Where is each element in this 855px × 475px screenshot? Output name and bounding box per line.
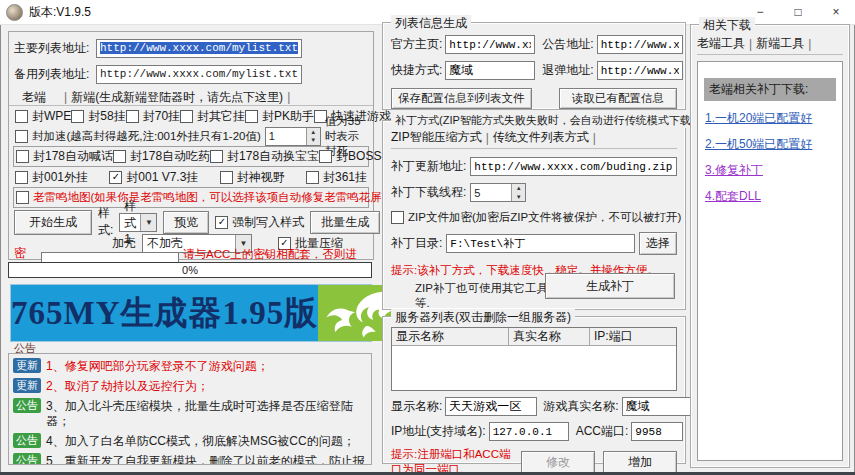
shortcut-input[interactable]	[445, 61, 535, 80]
generate-patch-button[interactable]: 生成补丁	[545, 273, 675, 299]
download-group: 相关下载 老端工具 | 新端工具 | 老端相关补丁下载: 1.一机20端已配置好…	[690, 24, 850, 468]
block-row-178: 封178自动喊话 封178自动吃药 封178自动换宝宝 封BOSS提醒	[13, 146, 369, 167]
column-display-name[interactable]: 显示名称	[392, 328, 509, 345]
checkbox-force-style[interactable]: 强制写入样式	[215, 214, 304, 231]
tab-old-tools[interactable]: 老端工具	[697, 35, 745, 52]
client-tabs: 老端 | 新端(生成新端登陆器时，请先点下这里) |	[9, 89, 373, 106]
thread-stepper[interactable]: 5 ▲▼	[470, 183, 526, 202]
checkbox-block-wpe[interactable]: 封WPE	[15, 108, 71, 125]
server-table-body[interactable]	[392, 346, 676, 390]
checkbox-icon	[391, 211, 404, 224]
display-name-input[interactable]	[445, 397, 537, 416]
list-info-row-1: 官方主页: 公告地址:	[391, 35, 677, 54]
checkbox-label: 封神视野	[237, 169, 285, 186]
preview-button[interactable]: 预览	[163, 211, 209, 234]
primary-list-input[interactable]: http://www.xxxx.com/mylist.txt	[96, 39, 302, 58]
download-tabs: 老端工具 | 新端工具 |	[697, 35, 843, 55]
checkbox-block-58[interactable]: 封58挂	[71, 108, 125, 125]
choose-dir-button[interactable]: 选择	[639, 232, 677, 255]
server-table[interactable]: 显示名称 真实名称 IP:端口	[391, 327, 677, 391]
tab-zip-mode[interactable]: ZIP智能压缩方式	[391, 129, 482, 146]
tab-legacy-mode[interactable]: 传统文件列表方式	[493, 129, 589, 146]
checkbox-block-361[interactable]: 封361挂	[306, 169, 367, 186]
tab-new-client[interactable]: 新端(生成新端登陆器时，请先点下这里)	[71, 89, 283, 106]
checkbox-icon	[15, 110, 28, 123]
acc-port-label: ACC端口:	[576, 423, 629, 440]
download-link-3[interactable]: 3.修复补丁	[705, 162, 842, 179]
checkbox-block-pk[interactable]: 封PK助手	[245, 108, 314, 125]
primary-list-label: 主要列表地址:	[14, 40, 96, 57]
checkbox-178-shout[interactable]: 封178自动喊话	[16, 148, 113, 165]
ip-input[interactable]	[489, 422, 569, 441]
checkbox-zip-encrypt[interactable]: ZIP文件加密(加密后ZIP文件将被保护，不可以被打开)	[391, 210, 681, 225]
tab-new-tools[interactable]: 新端工具	[756, 35, 804, 52]
list-info-title: 列表信息生成	[391, 15, 471, 32]
spinner-up-icon[interactable]: ▲	[307, 128, 320, 137]
notice-text: 4、加入了白名单防CC模式，彻底解决MSG被CC的问题；	[46, 433, 355, 449]
save-config-button[interactable]: 保存配置信息到列表文件	[391, 88, 532, 109]
checkbox-block-001[interactable]: 封001外挂	[15, 169, 88, 186]
chevron-down-icon[interactable]: ▼	[140, 214, 156, 231]
batch-generate-button[interactable]: 批量生成	[310, 211, 380, 234]
checkbox-block-other[interactable]: 封其它挂	[180, 108, 245, 125]
checkbox-label: 封178自动吃药	[130, 148, 210, 165]
download-link-4[interactable]: 4.配套DLL	[705, 188, 842, 205]
tab-old-client[interactable]: 老端	[14, 89, 60, 106]
start-generate-button[interactable]: 开始生成	[14, 210, 92, 235]
zip-encrypt-row: ZIP文件加密(加密后ZIP文件将被保护，不可以被打开)	[391, 210, 677, 225]
bounce-label: 退弹地址:	[542, 62, 593, 79]
tab-separator: |	[808, 37, 811, 51]
home-input[interactable]	[445, 35, 535, 54]
speed-value-stepper[interactable]: 1 ▲▼	[265, 127, 321, 146]
tab-separator: |	[486, 131, 489, 145]
checkbox-label: 强制写入样式	[232, 214, 304, 231]
download-link-1[interactable]: 1.一机20端已配置好	[705, 110, 842, 127]
patch-update-row: 补丁更新地址:	[391, 157, 677, 176]
style-select[interactable]: 样式1 ▼	[119, 213, 157, 232]
modify-server-button[interactable]: 修改	[521, 451, 595, 474]
notice-url-label: 公告地址:	[542, 36, 593, 53]
progress-bar: 0%	[8, 262, 372, 278]
checkbox-label: 封178自动换宝宝	[227, 148, 319, 165]
bounce-input[interactable]	[597, 61, 683, 80]
checkbox-block-70[interactable]: 封70挂	[126, 108, 180, 125]
checkbox-leiming-map[interactable]: 老雷鸣地图(如果你是老雷鸣地图，可以选择该项自动修复老雷鸣花屏)	[16, 190, 386, 205]
acc-port-input[interactable]	[631, 422, 683, 441]
checkbox-icon	[15, 130, 28, 143]
maximize-icon[interactable]: □	[779, 0, 817, 24]
block-row-001: 封001外挂 封001 V7.3挂 封神视野 封361挂	[9, 167, 373, 187]
patch-update-input[interactable]	[470, 157, 677, 176]
display-name-label: 显示名称:	[391, 398, 442, 415]
column-real-name[interactable]: 真实名称	[509, 328, 590, 345]
checkbox-god-view[interactable]: 封神视野	[220, 169, 285, 186]
spinner-up-icon[interactable]: ▲	[512, 184, 525, 193]
close-icon[interactable]: ×	[817, 0, 855, 24]
list-info-group: 列表信息生成 官方主页: 公告地址: 快捷方式: 退弹地址: 保存配置信息到列表…	[382, 22, 686, 110]
spinner-down-icon[interactable]: ▼	[512, 193, 525, 202]
download-link-2[interactable]: 2.一机50端已配置好	[705, 136, 842, 153]
tab-separator: |	[593, 131, 596, 145]
checkbox-178-pet[interactable]: 封178自动换宝宝	[210, 148, 319, 165]
checkbox-block-speed[interactable]: 封加速(越高封得越死,注:001外挂只有1-20值)	[15, 129, 261, 144]
column-ip-port[interactable]: IP:端口	[590, 328, 676, 345]
add-server-button[interactable]: 增加	[603, 451, 677, 474]
primary-list-value: http://www.xxxx.com/mylist.txt	[100, 42, 298, 54]
real-name-input[interactable]	[622, 397, 692, 416]
patch-dir-input[interactable]	[446, 234, 635, 253]
server-name-row: 显示名称: 游戏真实名称:	[391, 397, 677, 416]
read-config-button[interactable]: 读取已有配置信息	[559, 88, 677, 109]
notice-item: 更新 2、取消了劫持以及远控行为；	[13, 378, 367, 394]
checkbox-icon	[180, 110, 193, 123]
spinner-down-icon[interactable]: ▼	[307, 136, 320, 145]
server-actions-row: 提示:注册端口和ACC端口为同一端口. 修改 增加	[391, 447, 677, 475]
block-row-1: 封WPE 封58挂 封70挂 封其它挂 封PK助手 快速进游戏	[9, 106, 373, 126]
notice-url-input[interactable]	[597, 35, 683, 54]
block-row-speed: 封加速(越高封得越死,注:001外挂只有1-20值) 1 ▲▼ 值为35时表示封…	[9, 126, 373, 146]
checkbox-label: 封178自动喊话	[33, 148, 113, 165]
backup-list-input[interactable]: http://www.xxxx.com/mylist.txt	[96, 65, 302, 84]
checkbox-icon	[210, 150, 223, 163]
tab-separator: |	[287, 90, 290, 104]
checkbox-178-med[interactable]: 封178自动吃药	[113, 148, 210, 165]
primary-list-row: 主要列表地址: http://www.xxxx.com/mylist.txt	[9, 38, 373, 58]
checkbox-block-001-v73[interactable]: 封001 V7.3挂	[109, 169, 198, 186]
